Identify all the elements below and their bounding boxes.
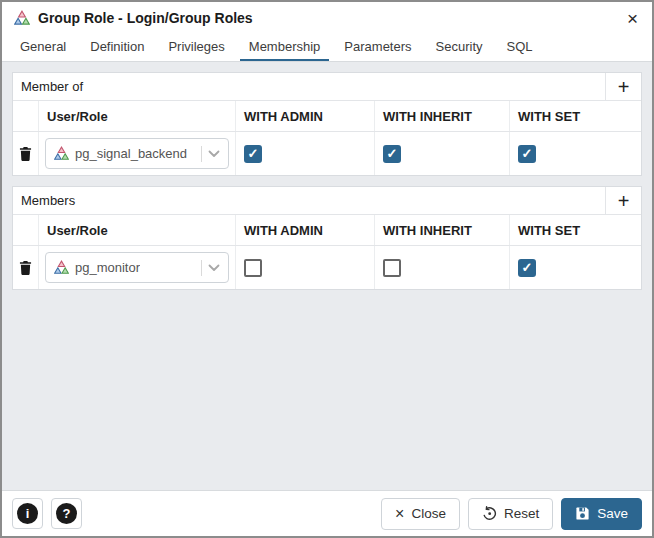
with-inherit-checkbox[interactable] [383,145,401,163]
with-set-cell [510,246,641,289]
trash-icon [19,146,32,162]
with-admin-cell [236,246,375,289]
tab-bar: General Definition Privileges Membership… [2,34,652,62]
with-set-checkbox[interactable] [518,145,536,163]
dialog-help-button[interactable]: ? [51,498,82,529]
role-select-value: pg_monitor [75,260,140,275]
membership-tab-content: Member of + User/Role WITH ADMIN WITH IN… [2,62,652,490]
member-of-title: Member of [13,73,605,100]
role-icon [54,260,69,275]
members-row: pg_monitor [13,246,641,289]
add-member-of-button[interactable]: + [605,73,641,100]
role-cell: pg_monitor [39,246,236,289]
with-set-checkbox[interactable] [518,259,536,277]
header-user-role: User/Role [39,215,236,245]
member-of-panel: Member of + User/Role WITH ADMIN WITH IN… [12,72,642,176]
dialog-title: Group Role - Login/Group Roles [38,10,253,26]
header-with-admin: WITH ADMIN [236,215,375,245]
members-title: Members [13,187,605,214]
with-inherit-cell [375,132,510,175]
close-button[interactable]: × Close [381,498,460,530]
chevron-down-icon [208,150,220,158]
tab-membership[interactable]: Membership [240,34,330,61]
reset-icon [482,506,497,521]
header-with-inherit: WITH INHERIT [375,215,510,245]
with-inherit-cell [375,246,510,289]
header-user-role: User/Role [39,101,236,131]
members-table-header: User/Role WITH ADMIN WITH INHERIT WITH S… [13,215,641,246]
header-delete-col [13,215,39,245]
dialog-titlebar: Group Role - Login/Group Roles × [2,2,652,34]
select-divider [201,260,202,276]
header-with-set: WITH SET [510,101,641,131]
tab-security[interactable]: Security [427,34,492,61]
tab-privileges[interactable]: Privileges [159,34,233,61]
with-admin-checkbox[interactable] [244,145,262,163]
header-with-set: WITH SET [510,215,641,245]
with-admin-checkbox[interactable] [244,259,262,277]
tab-definition[interactable]: Definition [81,34,153,61]
member-of-header: Member of + [13,73,641,101]
delete-row-button[interactable] [13,246,39,289]
members-header: Members + [13,187,641,215]
tab-parameters[interactable]: Parameters [335,34,420,61]
member-of-row: pg_signal_backend [13,132,641,175]
header-with-inherit: WITH INHERIT [375,101,510,131]
role-cell: pg_signal_backend [39,132,236,175]
role-icon [54,146,69,161]
members-panel: Members + User/Role WITH ADMIN WITH INHE… [12,186,642,290]
save-button-label: Save [597,506,628,521]
close-icon: × [395,506,404,522]
reset-button-label: Reset [504,506,539,521]
question-icon: ? [56,503,77,524]
with-admin-cell [236,132,375,175]
group-role-icon [14,10,30,26]
close-button-label: Close [411,506,446,521]
sql-help-button[interactable]: i [12,498,43,529]
save-icon [575,506,590,521]
header-with-admin: WITH ADMIN [236,101,375,131]
chevron-down-icon [208,264,220,272]
role-select-value: pg_signal_backend [75,146,187,161]
role-select[interactable]: pg_monitor [45,252,229,283]
role-select[interactable]: pg_signal_backend [45,138,229,169]
add-members-button[interactable]: + [605,187,641,214]
with-inherit-checkbox[interactable] [383,259,401,277]
dialog-footer: i ? × Close Reset [2,490,652,536]
member-of-table-header: User/Role WITH ADMIN WITH INHERIT WITH S… [13,101,641,132]
header-delete-col [13,101,39,131]
delete-row-button[interactable] [13,132,39,175]
save-button[interactable]: Save [561,498,642,530]
trash-icon [19,260,32,276]
group-role-dialog: Group Role - Login/Group Roles × General… [0,0,654,538]
tab-general[interactable]: General [11,34,75,61]
dialog-close-icon[interactable]: × [625,9,640,28]
tab-sql[interactable]: SQL [498,34,542,61]
with-set-cell [510,132,641,175]
reset-button[interactable]: Reset [468,498,553,530]
select-divider [201,146,202,162]
info-icon: i [17,503,38,524]
